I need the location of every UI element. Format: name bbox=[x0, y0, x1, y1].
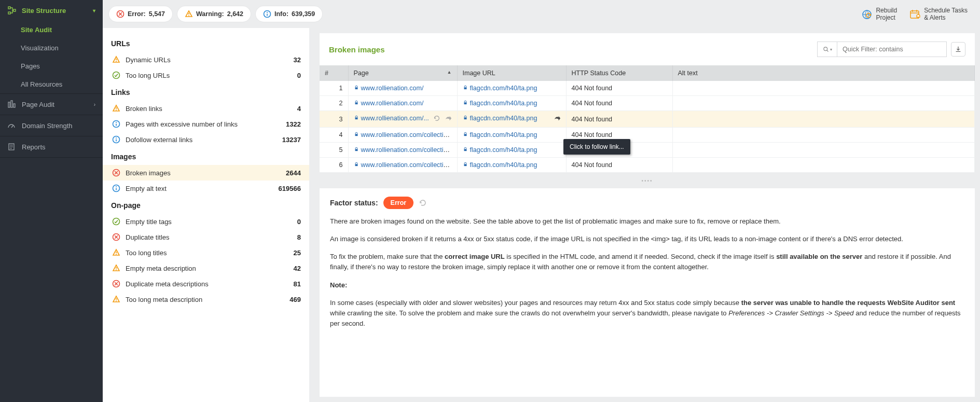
table-row[interactable]: 4www.rollienation.com/collections/...fla… bbox=[320, 128, 975, 143]
share-icon[interactable] bbox=[554, 115, 561, 123]
nav-pages[interactable]: Pages bbox=[0, 57, 103, 75]
issue-long-titles[interactable]: Too long titles 25 bbox=[103, 245, 309, 260]
sidebar: Site Structure ▾ Site Audit Visualizatio… bbox=[0, 0, 103, 402]
issue-count: 0 bbox=[297, 72, 301, 79]
cell-page[interactable]: www.rollienation.com/ bbox=[348, 81, 457, 96]
topbar: Error: 5,547 Warning: 2,642 Info: 639,35… bbox=[103, 0, 980, 28]
issue-empty-meta[interactable]: Empty meta description 42 bbox=[103, 260, 309, 276]
svg-line-6 bbox=[11, 126, 13, 128]
lock-icon bbox=[463, 162, 468, 168]
pill-info[interactable]: Info: 639,359 bbox=[256, 6, 322, 22]
warning-icon bbox=[185, 10, 193, 18]
resize-handle[interactable]: •••• bbox=[314, 178, 980, 183]
issue-label: Broken links bbox=[126, 105, 297, 113]
rebuild-project-button[interactable]: Rebuild Project bbox=[861, 7, 897, 22]
svg-rect-4 bbox=[11, 101, 12, 107]
group-links: Links bbox=[103, 83, 309, 101]
warning-icon bbox=[111, 295, 121, 303]
pill-warning[interactable]: Warning: 2,642 bbox=[177, 6, 251, 22]
cell-img[interactable]: flagcdn.com/h40/ta.png bbox=[457, 143, 566, 158]
quick-filter-input[interactable] bbox=[837, 42, 946, 57]
warning-icon bbox=[111, 248, 121, 257]
cell-img[interactable]: flagcdn.com/h40/ta.png bbox=[457, 96, 566, 111]
svg-rect-61 bbox=[355, 117, 357, 119]
issue-long-meta[interactable]: Too long meta description 469 bbox=[103, 292, 309, 307]
export-button[interactable] bbox=[951, 42, 965, 57]
cell-img[interactable]: flagcdn.com/h40/ta.png bbox=[457, 158, 566, 173]
issue-broken-links[interactable]: Broken links 4 bbox=[103, 101, 309, 116]
refresh-icon[interactable] bbox=[419, 199, 427, 207]
svg-point-34 bbox=[116, 137, 117, 138]
lock-icon bbox=[354, 147, 359, 153]
nav-visualization[interactable]: Visualization bbox=[0, 39, 103, 57]
reports-icon bbox=[7, 143, 17, 151]
issue-label: Empty meta description bbox=[126, 265, 294, 272]
nav-site-audit[interactable]: Site Audit bbox=[0, 21, 103, 39]
factor-status-label: Factor status: bbox=[330, 199, 378, 207]
nav-all-resources[interactable]: All Resources bbox=[0, 75, 103, 93]
svg-point-31 bbox=[116, 122, 117, 123]
svg-point-29 bbox=[116, 109, 117, 110]
detail-p1: There are broken images found on the web… bbox=[330, 216, 964, 227]
col-status[interactable]: HTTP Status Code bbox=[566, 65, 672, 81]
share-icon[interactable] bbox=[445, 115, 452, 123]
quick-filter: ▾ bbox=[817, 41, 947, 57]
pill-info-count: 639,359 bbox=[292, 10, 315, 18]
detail-card: Factor status: Error There are broken im… bbox=[320, 188, 975, 397]
lock-icon bbox=[463, 100, 468, 106]
warning-icon bbox=[111, 264, 121, 272]
issue-dup-meta[interactable]: Duplicate meta descriptions 81 bbox=[103, 276, 309, 292]
issue-count: 1322 bbox=[286, 120, 301, 128]
refresh-icon[interactable] bbox=[433, 115, 440, 123]
issue-too-long-urls[interactable]: Too long URLs 0 bbox=[103, 67, 309, 83]
col-num[interactable]: # bbox=[320, 65, 348, 81]
cell-img[interactable]: flagcdn.com/h40/ta.png bbox=[457, 128, 566, 143]
issue-broken-images[interactable]: Broken images 2644 bbox=[103, 165, 309, 181]
table-row[interactable]: 2www.rollienation.com/flagcdn.com/h40/ta… bbox=[320, 96, 975, 111]
svg-rect-58 bbox=[464, 87, 466, 89]
lock-icon bbox=[463, 115, 468, 121]
row-actions bbox=[433, 115, 452, 123]
table-card: Broken images ▾ bbox=[320, 33, 975, 173]
issue-dofollow-ext[interactable]: Dofollow external links 13237 bbox=[103, 132, 309, 147]
cell-num: 3 bbox=[320, 111, 348, 128]
cell-status: 404 Not found bbox=[566, 96, 672, 111]
svg-rect-3 bbox=[8, 102, 10, 107]
issue-count: 469 bbox=[289, 296, 301, 303]
col-alt[interactable]: Alt text bbox=[672, 65, 975, 81]
cell-img[interactable]: flagcdn.com/h40/ta.png bbox=[457, 81, 566, 96]
col-img[interactable]: Image URL bbox=[457, 65, 566, 81]
info-icon bbox=[263, 10, 271, 18]
issue-excessive-links[interactable]: Pages with excessive number of links 132… bbox=[103, 116, 309, 132]
table-row[interactable]: 6www.rollienation.com/collections/...fla… bbox=[320, 158, 975, 173]
col-page[interactable]: Page▲ bbox=[348, 65, 457, 81]
cell-num: 2 bbox=[320, 96, 348, 111]
nav-site-structure[interactable]: Site Structure ▾ bbox=[0, 0, 103, 21]
issue-empty-title[interactable]: Empty title tags 0 bbox=[103, 214, 309, 229]
svg-rect-68 bbox=[464, 164, 466, 166]
cell-page[interactable]: www.rollienation.com/collections/... bbox=[348, 128, 457, 143]
nav-domain-strength[interactable]: Domain Strength bbox=[0, 115, 103, 136]
sort-asc-icon: ▲ bbox=[447, 70, 452, 75]
table-row[interactable]: 3www.rollienation.com/...flagcdn.com/h40… bbox=[320, 111, 975, 128]
nav-page-audit[interactable]: Page Audit › bbox=[0, 94, 103, 115]
svg-rect-59 bbox=[355, 102, 357, 104]
table-row[interactable]: 5www.rollienation.com/collections/...fla… bbox=[320, 143, 975, 158]
issue-dynamic-urls[interactable]: Dynamic URLs 32 bbox=[103, 52, 309, 67]
detail-note: Note: bbox=[330, 280, 964, 290]
lock-icon bbox=[463, 85, 468, 91]
cell-page[interactable]: www.rollienation.com/collections/... bbox=[348, 143, 457, 158]
issue-empty-alt[interactable]: Empty alt text 619566 bbox=[103, 181, 309, 196]
cell-page[interactable]: www.rollienation.com/collections/... bbox=[348, 158, 457, 173]
search-dropdown-button[interactable]: ▾ bbox=[818, 42, 837, 57]
issue-dup-titles[interactable]: Duplicate titles 8 bbox=[103, 229, 309, 245]
pill-error[interactable]: Error: 5,547 bbox=[109, 6, 172, 22]
issue-count: 42 bbox=[294, 265, 301, 272]
table-row[interactable]: 1www.rollienation.com/flagcdn.com/h40/ta… bbox=[320, 81, 975, 96]
nav-reports[interactable]: Reports bbox=[0, 136, 103, 157]
lock-icon bbox=[354, 100, 359, 106]
cell-img[interactable]: flagcdn.com/h40/ta.png bbox=[457, 111, 566, 128]
cell-page[interactable]: www.rollienation.com/ bbox=[348, 96, 457, 111]
cell-page[interactable]: www.rollienation.com/... bbox=[348, 111, 457, 128]
schedule-tasks-button[interactable]: Schedule Tasks & Alerts bbox=[909, 7, 968, 22]
